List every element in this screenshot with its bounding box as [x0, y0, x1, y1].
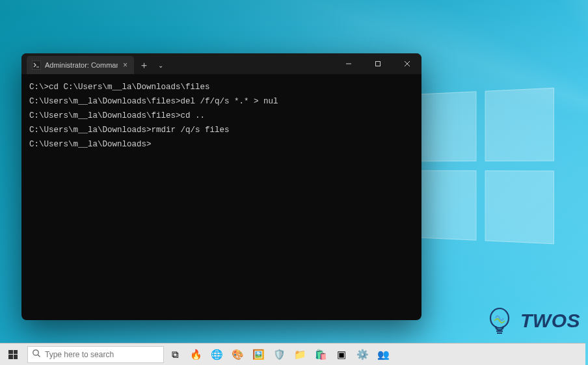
window-controls: [334, 53, 421, 74]
terminal-line: C:\Users\m__la\Downloads>rmdir /q/s file…: [29, 124, 414, 138]
search-input[interactable]: [45, 350, 159, 359]
terminal-window: Administrator: Command Pron × ＋ ⌄ C:\>cd…: [21, 53, 421, 320]
terminal-icon[interactable]: ▣: [332, 344, 351, 365]
minimize-button[interactable]: [334, 53, 363, 74]
paint-icon[interactable]: 🎨: [228, 344, 247, 365]
tab-dropdown-button[interactable]: ⌄: [154, 56, 167, 74]
cmd-icon: [32, 61, 41, 70]
security-icon[interactable]: 🛡️: [269, 344, 289, 365]
new-tab-button[interactable]: ＋: [134, 56, 154, 74]
windows-icon: [8, 350, 18, 359]
windows-logo-wallpaper: [413, 88, 554, 245]
photos-icon[interactable]: 🖼️: [248, 344, 268, 365]
terminal-line: C:\Users\m__la\Downloads\files>cd ..: [29, 109, 414, 124]
svg-rect-3: [375, 62, 380, 66]
taskbar-search[interactable]: [27, 346, 164, 363]
titlebar[interactable]: Administrator: Command Pron × ＋ ⌄: [21, 53, 421, 74]
people-icon[interactable]: 👥: [373, 344, 393, 365]
file-explorer-icon[interactable]: 📁: [290, 344, 310, 365]
tab-title: Administrator: Command Pron: [45, 61, 118, 69]
store-icon[interactable]: 🛍️: [311, 344, 330, 365]
settings-icon[interactable]: ⚙️: [353, 344, 372, 365]
terminal-line: C:\Users\m__la\Downloads\files>del /f/q/…: [29, 95, 414, 109]
close-button[interactable]: [392, 53, 421, 74]
terminal-line: C:\Users\m__la\Downloads>: [29, 138, 414, 152]
terminal-body[interactable]: C:\>cd C:\Users\m__la\Downloads\files C:…: [21, 74, 421, 320]
brand-text: TWOS: [520, 310, 580, 332]
maximize-button[interactable]: [363, 53, 392, 74]
svg-line-10: [38, 355, 40, 357]
taskbar: ⧉ 🔥 🌐 🎨 🖼️ 🛡️ 📁 🛍️ ▣ ⚙️ 👥: [0, 343, 585, 365]
edge-icon[interactable]: 🌐: [207, 344, 226, 365]
task-view-icon[interactable]: ⧉: [165, 344, 185, 365]
svg-rect-0: [32, 61, 41, 70]
close-tab-button[interactable]: ×: [122, 61, 129, 70]
start-button[interactable]: [0, 344, 26, 365]
fire-icon[interactable]: 🔥: [186, 344, 206, 365]
search-icon: [32, 349, 41, 360]
brand-watermark: TWOS: [483, 304, 580, 338]
svg-point-9: [33, 349, 38, 355]
terminal-line: C:\>cd C:\Users\m__la\Downloads\files: [29, 81, 414, 95]
terminal-tab[interactable]: Administrator: Command Pron ×: [27, 56, 134, 74]
lightbulb-icon: [483, 304, 516, 338]
